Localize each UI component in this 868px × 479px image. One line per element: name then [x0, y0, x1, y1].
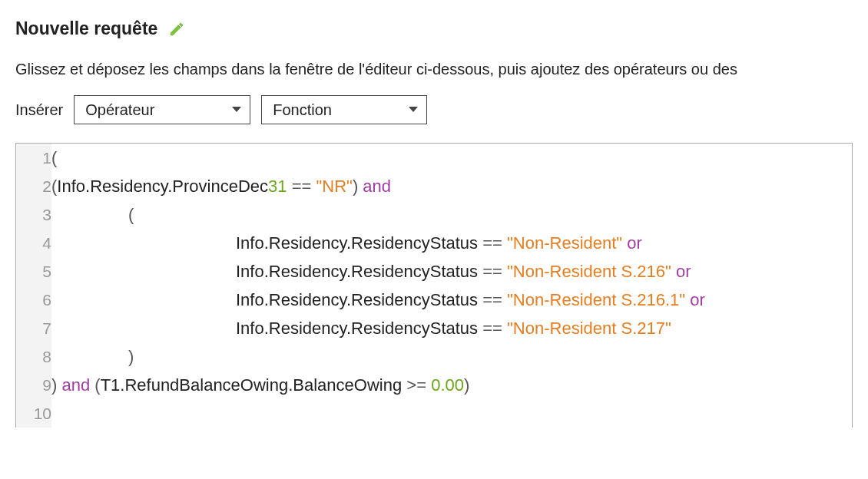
insert-toolbar: Insérer Opérateur Fonction — [15, 95, 853, 124]
code-line: 6Info.Residency.ResidencyStatus == "Non-… — [16, 286, 852, 314]
code-line: 5Info.Residency.ResidencyStatus == "Non-… — [16, 257, 852, 286]
code-content[interactable]: ( — [51, 200, 852, 229]
function-dropdown-label: Fonction — [273, 101, 332, 119]
operator-dropdown-label: Opérateur — [85, 101, 154, 119]
code-line: 4Info.Residency.ResidencyStatus == "Non-… — [16, 229, 852, 257]
chevron-down-icon — [231, 106, 242, 114]
code-content[interactable]: Info.Residency.ResidencyStatus == "Non-R… — [51, 257, 852, 286]
code-line: 3( — [16, 200, 852, 229]
code-content[interactable]: ) and (T1.RefundBalanceOwing.BalanceOwin… — [51, 371, 852, 399]
insert-label: Insérer — [15, 101, 63, 119]
code-content[interactable]: (Info.Residency.ProvinceDec31 == "NR") a… — [51, 172, 852, 200]
line-number: 6 — [16, 286, 51, 314]
code-content[interactable]: Info.Residency.ResidencyStatus == "Non-R… — [51, 229, 852, 257]
query-editor[interactable]: 1(2(Info.Residency.ProvinceDec31 == "NR"… — [15, 143, 853, 428]
code-content[interactable]: ) — [51, 342, 852, 371]
edit-icon[interactable] — [168, 21, 185, 38]
line-number: 10 — [16, 399, 51, 428]
code-line: 7Info.Residency.ResidencyStatus == "Non-… — [16, 314, 852, 342]
code-content[interactable]: Info.Residency.ResidencyStatus == "Non-R… — [51, 286, 852, 314]
line-number: 1 — [16, 144, 51, 172]
line-number: 3 — [16, 200, 51, 229]
chevron-down-icon — [408, 106, 419, 114]
line-number: 7 — [16, 314, 51, 342]
line-number: 4 — [16, 229, 51, 257]
code-content[interactable] — [51, 399, 852, 428]
code-content[interactable]: Info.Residency.ResidencyStatus == "Non-R… — [51, 314, 852, 342]
instructions-text: Glissez et déposez les champs dans la fe… — [15, 61, 853, 78]
code-content[interactable]: ( — [51, 144, 852, 172]
function-dropdown[interactable]: Fonction — [261, 95, 427, 124]
line-number: 5 — [16, 257, 51, 286]
line-number: 8 — [16, 342, 51, 371]
code-line: 9) and (T1.RefundBalanceOwing.BalanceOwi… — [16, 371, 852, 399]
code-line: 1( — [16, 144, 852, 172]
code-line: 8) — [16, 342, 852, 371]
line-number: 9 — [16, 371, 51, 399]
line-number: 2 — [16, 172, 51, 200]
operator-dropdown[interactable]: Opérateur — [74, 95, 250, 124]
query-header: Nouvelle requête — [15, 18, 853, 39]
query-title: Nouvelle requête — [15, 18, 157, 39]
code-line: 10 — [16, 399, 852, 428]
code-line: 2(Info.Residency.ProvinceDec31 == "NR") … — [16, 172, 852, 200]
